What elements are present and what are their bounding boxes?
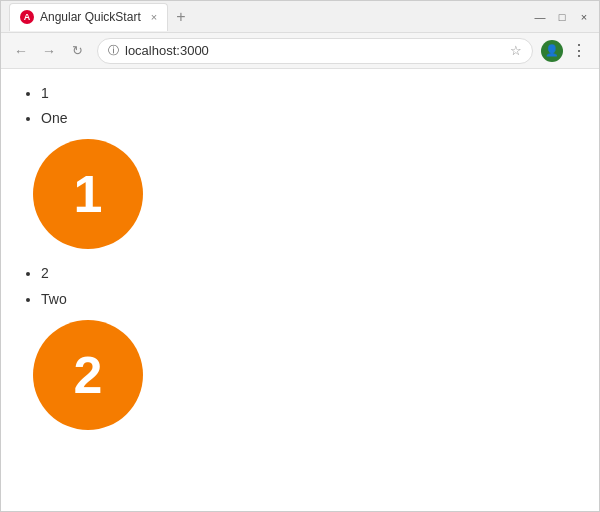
profile-icon[interactable]: 👤: [541, 40, 563, 62]
chrome-menu-button[interactable]: ⋮: [567, 41, 591, 60]
section-two: 2 Two 2: [17, 261, 583, 429]
section-one-list: 1 One: [17, 81, 583, 131]
maximize-button[interactable]: □: [555, 10, 569, 24]
circle-two: 2: [33, 320, 143, 430]
circle-one: 1: [33, 139, 143, 249]
section-two-list: 2 Two: [17, 261, 583, 311]
new-tab-button[interactable]: +: [172, 8, 189, 26]
list-item: One: [41, 106, 583, 131]
list-item: Two: [41, 287, 583, 312]
page-content: 1 One 1 2 Two 2: [1, 69, 599, 511]
browser-tab[interactable]: A Angular QuickStart ×: [9, 3, 168, 31]
angular-icon: A: [20, 10, 34, 24]
bookmark-icon[interactable]: ☆: [510, 43, 522, 58]
info-icon: ⓘ: [108, 43, 119, 58]
url-text: localhost:3000: [125, 43, 504, 58]
tab-title: Angular QuickStart: [40, 10, 141, 24]
forward-button[interactable]: →: [37, 39, 61, 63]
address-bar[interactable]: ⓘ localhost:3000 ☆: [97, 38, 533, 64]
browser-toolbar: ← → ↻ ⓘ localhost:3000 ☆ 👤 ⋮: [1, 33, 599, 69]
list-item: 2: [41, 261, 583, 286]
back-button[interactable]: ←: [9, 39, 33, 63]
reload-button[interactable]: ↻: [65, 39, 89, 63]
browser-window: A Angular QuickStart × + — □ × ← → ↻ ⓘ l…: [0, 0, 600, 512]
tab-close-button[interactable]: ×: [151, 11, 157, 23]
close-window-button[interactable]: ×: [577, 10, 591, 24]
profile-icon-glyph: 👤: [545, 44, 559, 57]
minimize-button[interactable]: —: [533, 10, 547, 24]
list-item: 1: [41, 81, 583, 106]
section-one: 1 One 1: [17, 81, 583, 249]
window-controls: — □ ×: [533, 10, 591, 24]
title-bar: A Angular QuickStart × + — □ ×: [1, 1, 599, 33]
